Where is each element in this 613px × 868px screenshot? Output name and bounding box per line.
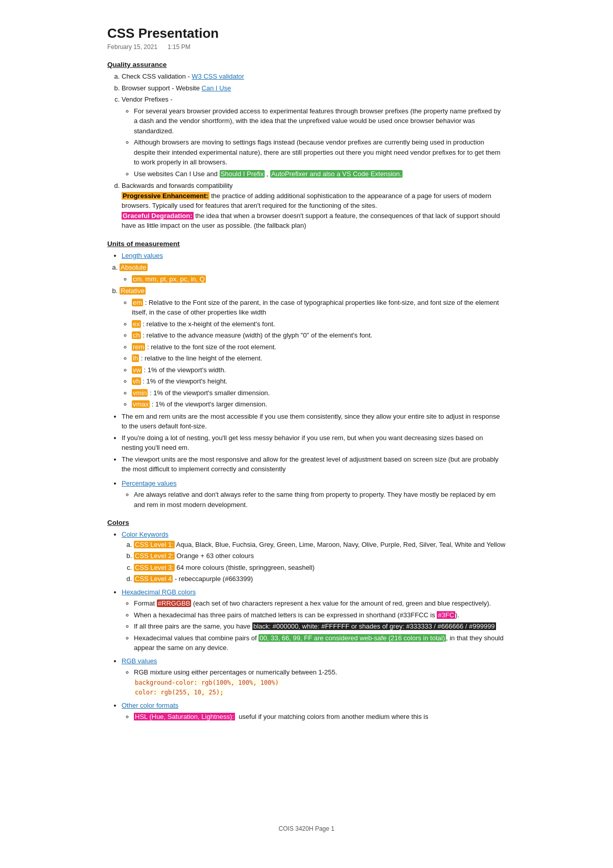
length-values-link[interactable]: Length values <box>122 252 163 259</box>
qa-item-a: Check CSS validation - W3 CSS validator <box>122 71 506 82</box>
ch-label: ch <box>132 331 141 339</box>
css-level-2-label: CSS Level 2: <box>134 552 175 560</box>
vmin-item: vmin : 1% of the viewport's smaller dime… <box>132 388 506 398</box>
units-section: Units of measurement Length values Absol… <box>107 240 506 510</box>
w3-validator-link[interactable]: W3 CSS validator <box>192 73 244 80</box>
vmax-label: vmax <box>132 400 150 408</box>
quality-assurance-heading: Quality assurance <box>107 61 506 68</box>
vw-label: vw <box>132 366 142 374</box>
viewport-note: The viewport units are the most responsi… <box>122 454 506 474</box>
colors-list: Color Keywords CSS Level 1: Aqua, Black,… <box>107 529 506 722</box>
vh-item: vh : 1% of the viewport's height. <box>132 376 506 387</box>
css-level-1-item: CSS Level 1: Aqua, Black, Blue, Fuchsia,… <box>134 540 506 550</box>
page-container: CSS Presentation February 15, 2021 1:15 … <box>77 0 536 842</box>
should-prefix-link[interactable]: Should I Prefix <box>220 170 265 178</box>
em-rem-note: The em and rem units are the most access… <box>122 412 506 431</box>
page-subtitle: February 15, 2021 1:15 PM <box>107 43 506 51</box>
css-level-2-item: CSS Level 2: Orange + 63 other colours <box>134 551 506 561</box>
rgb-values-item: RGB values RGB mixture using either perc… <box>122 656 506 697</box>
vw-item: vw : 1% of the viewport's width. <box>132 365 506 375</box>
color-keywords-item: Color Keywords CSS Level 1: Aqua, Black,… <box>122 529 506 584</box>
css-level-4-item: CSS Level 4 - rebeccapurple (#663399) <box>134 574 506 584</box>
rgb-values-list: RGB mixture using either percentages or … <box>122 667 506 697</box>
percentage-list: Percentage values Are always relative an… <box>107 478 506 510</box>
graceful-degradation-label: Graceful Degradation: <box>122 212 194 220</box>
hex-rgb-item: Hexadecimal RGB colors Format #RRGGBB (e… <box>122 587 506 653</box>
css-level-1-label: CSS Level 1: <box>134 541 175 548</box>
subtitle-time: 1:15 PM <box>168 43 191 51</box>
rem-item: rem : relative to the font size of the r… <box>132 342 506 352</box>
absolute-units: cm, mm, pt, px, pc, in, Q <box>132 274 506 284</box>
ex-item: ex : relative to the x-height of the ele… <box>132 319 506 329</box>
nesting-note: If you're doing a lot of nesting, you'll… <box>122 433 506 453</box>
colors-section: Colors Color Keywords CSS Level 1: Aqua,… <box>107 519 506 722</box>
hex-format-label: #RRGGBB <box>157 599 192 607</box>
vendor-prefix-item-3: Use websites Can I Use and Should I Pref… <box>134 169 506 179</box>
vmax-item: vmax : 1% of the viewport's larger dimen… <box>132 399 506 409</box>
ch-item: ch : relative to the advance measure (wi… <box>132 330 506 341</box>
rgb-example-2: color: rgb(255, 10, 25); <box>134 689 224 696</box>
units-list: Length values <box>107 251 506 261</box>
relative-item: Relative em : Relative to the Font size … <box>120 286 506 409</box>
color-keywords-ol: CSS Level 1: Aqua, Black, Blue, Fuchsia,… <box>122 540 506 584</box>
hex-shorthand-value: #3FC <box>437 611 455 619</box>
page-footer: COIS 3420H Page 1 <box>107 825 506 832</box>
lh-label: lh <box>132 354 139 362</box>
em-item: em : Relative to the Font size of the pa… <box>132 298 506 318</box>
colors-heading: Colors <box>107 519 506 526</box>
hex-grey-item: If all three pairs are the same, you hav… <box>134 621 506 632</box>
absolute-label: Absolute <box>120 263 148 271</box>
em-label: em <box>132 299 143 306</box>
hex-rgb-list: Format #RRGGBB (each set of two characte… <box>122 598 506 653</box>
css-level-3-item: CSS Level 3: 64 more colours (thistle, s… <box>134 563 506 573</box>
vendor-prefixes-list: For several years browser provided acces… <box>122 106 506 179</box>
subtitle-date: February 15, 2021 <box>107 43 157 51</box>
hex-shorthand-item: When a hexadecimal has three pairs of ma… <box>134 610 506 620</box>
other-color-formats-list: HSL (Hue, Saturation, Lightness): useful… <box>122 712 506 722</box>
rem-label: rem <box>132 343 145 351</box>
vendor-prefix-item-1: For several years browser provided acces… <box>134 106 506 136</box>
ex-label: ex <box>132 320 141 328</box>
lh-item: lh : relative to the line height of the … <box>132 353 506 364</box>
rgb-example-1: background-color: rgb(100%, 100%, 100%) <box>134 679 280 686</box>
units-notes: The em and rem units are the most access… <box>107 412 506 474</box>
progressive-enhancement-label: Progressive Enhancement: <box>122 192 209 200</box>
page-title: CSS Presentation <box>107 26 506 41</box>
hex-websafe-item: Hexadecimal values that combine pairs of… <box>134 633 506 653</box>
percentage-values-link[interactable]: Percentage values <box>122 479 177 487</box>
other-color-formats-link[interactable]: Other color formats <box>122 702 178 709</box>
percentage-note: Are always relative and don't always ref… <box>134 490 506 510</box>
quality-assurance-list: Check CSS validation - W3 CSS validator … <box>107 71 506 231</box>
qa-item-c: Vendor Prefixes - For several years brow… <box>122 94 506 179</box>
units-ol: Absolute cm, mm, pt, px, pc, in, Q Relat… <box>107 262 506 409</box>
vmin-label: vmin <box>132 389 148 397</box>
qa-item-d: Backwards and forwards compatibility Pro… <box>122 181 506 231</box>
can-i-use-link[interactable]: Can I Use <box>202 84 231 92</box>
hex-grey-label: black: #000000, white: #FFFFFF or shades… <box>252 622 496 630</box>
hex-format-item: Format #RRGGBB (each set of two characte… <box>134 598 506 609</box>
absolute-item: Absolute cm, mm, pt, px, pc, in, Q <box>120 262 506 284</box>
absolute-units-values: cm, mm, pt, px, pc, in, Q <box>132 275 206 283</box>
vh-label: vh <box>132 377 141 385</box>
footer-text: COIS 3420H Page 1 <box>278 825 334 832</box>
other-color-formats-item: Other color formats HSL (Hue, Saturation… <box>122 701 506 722</box>
css-level-3-label: CSS Level 3: <box>134 564 175 571</box>
qa-item-b: Browser support - Website Can I Use <box>122 83 506 93</box>
color-keywords-link[interactable]: Color Keywords <box>122 531 169 538</box>
relative-list: em : Relative to the Font size of the pa… <box>120 298 506 409</box>
quality-assurance-section: Quality assurance Check CSS validation -… <box>107 61 506 231</box>
vendor-prefix-item-2: Although browsers are moving to settings… <box>134 137 506 167</box>
websafe-label: 00, 33, 66, 99, FF are considered web-sa… <box>258 634 446 642</box>
rgb-values-link[interactable]: RGB values <box>122 657 157 665</box>
autoprefixer-link[interactable]: AutoPrefixer and also a VS Code Extensio… <box>270 170 403 178</box>
relative-label: Relative <box>120 287 146 295</box>
rgb-description-item: RGB mixture using either percentages or … <box>134 667 506 697</box>
hsl-label: HSL (Hue, Saturation, Lightness): <box>134 713 235 720</box>
hsl-item: HSL (Hue, Saturation, Lightness): useful… <box>134 712 506 722</box>
percentage-values-item: Percentage values Are always relative an… <box>122 478 506 510</box>
length-values-item: Length values <box>122 251 506 261</box>
hex-rgb-link[interactable]: Hexadecimal RGB colors <box>122 588 196 596</box>
css-level-4-label: CSS Level 4 <box>134 575 173 583</box>
units-heading: Units of measurement <box>107 240 506 248</box>
